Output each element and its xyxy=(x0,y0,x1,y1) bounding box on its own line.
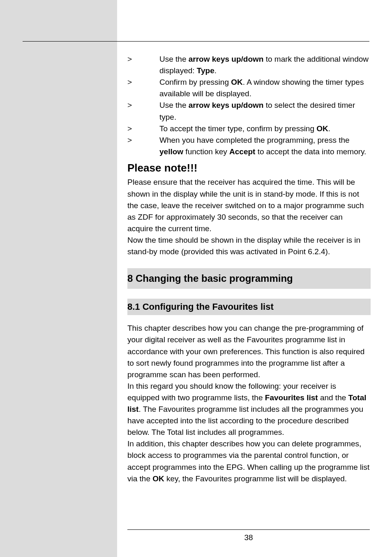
body-paragraph: In addition, this chapter describes how … xyxy=(127,438,370,484)
top-horizontal-rule xyxy=(23,41,369,42)
page-number: 38 xyxy=(127,533,370,542)
text: Use the xyxy=(159,101,189,109)
bold-text: arrow keys up/down xyxy=(189,101,264,109)
left-sidebar xyxy=(0,0,117,557)
bold-text: arrow keys up/down xyxy=(189,55,264,63)
text: function key xyxy=(183,147,229,156)
note-paragraph: Please ensure that the receiver has acqu… xyxy=(127,176,370,234)
bullet-marker: > xyxy=(127,135,159,146)
bullet-text: When you have completed the programming,… xyxy=(159,135,370,158)
text: to accept the data into memory. xyxy=(255,147,366,156)
text: When you have completed the programming,… xyxy=(159,136,350,144)
bullet-marker: > xyxy=(127,77,159,88)
bullet-item: > When you have completed the programmin… xyxy=(127,135,370,158)
text: To accept the timer type, confirm by pre… xyxy=(159,124,316,133)
body-paragraph: In this regard you should know the follo… xyxy=(127,381,370,439)
bold-text: OK xyxy=(152,474,164,483)
main-content: > Use the arrow keys up/down to mark the… xyxy=(127,53,370,485)
note-paragraph: Now the time should be shown in the disp… xyxy=(127,234,370,258)
text: . xyxy=(214,66,217,75)
text: Use the xyxy=(159,55,189,63)
bullet-marker: > xyxy=(127,53,159,65)
bold-text: Accept xyxy=(229,147,255,156)
section-heading: 8 Changing the basic programming xyxy=(127,268,371,289)
bullet-marker: > xyxy=(127,100,159,111)
bullet-text: Use the arrow keys up/down to mark the a… xyxy=(159,53,370,77)
page: > Use the arrow keys up/down to mark the… xyxy=(0,0,392,557)
subsection-heading: 8.1 Configuring the Favourites list xyxy=(127,299,371,316)
bold-text: Type xyxy=(197,66,214,75)
bullet-text: Use the arrow keys up/down to select the… xyxy=(159,100,370,123)
body-paragraph: This chapter describes how you can chang… xyxy=(127,323,370,381)
bottom-horizontal-rule xyxy=(127,529,370,530)
text: and the xyxy=(318,393,348,402)
bullet-text: To accept the timer type, confirm by pre… xyxy=(159,123,370,135)
text: . xyxy=(328,124,330,133)
bold-text: yellow xyxy=(159,147,183,156)
note-heading: Please note!!! xyxy=(127,160,370,176)
footer: 38 xyxy=(127,529,370,542)
text: . The Favourites programme list includes… xyxy=(127,405,363,436)
bold-text: OK xyxy=(231,78,243,86)
bullet-item: > Use the arrow keys up/down to mark the… xyxy=(127,53,370,77)
text: Confirm by pressing xyxy=(159,78,231,86)
bullet-item: > Confirm by pressing OK. A window showi… xyxy=(127,77,370,100)
bullet-text: Confirm by pressing OK. A window showing… xyxy=(159,77,370,100)
bold-text: OK xyxy=(316,124,328,133)
bullet-item: > To accept the timer type, confirm by p… xyxy=(127,123,370,135)
bullet-marker: > xyxy=(127,123,159,135)
bold-text: Favourites list xyxy=(265,393,318,402)
bullet-item: > Use the arrow keys up/down to select t… xyxy=(127,100,370,123)
text: key, the Favourites programme list will … xyxy=(164,474,347,483)
